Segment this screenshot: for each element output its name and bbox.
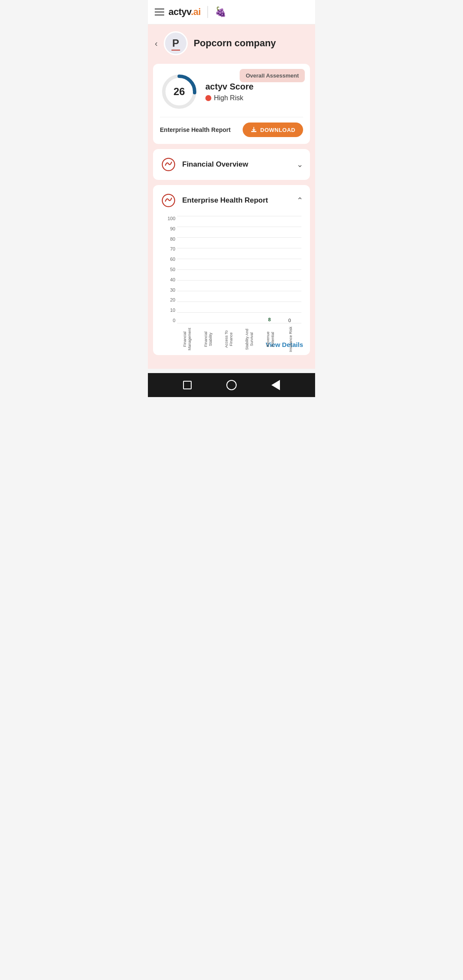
risk-label: High Risk xyxy=(214,94,243,102)
x-labels: Financial Management Financial Stability… xyxy=(177,323,301,336)
financial-overview-title: Financial Overview xyxy=(182,160,248,169)
y-label-0: 0 xyxy=(173,318,175,323)
x-label-col-rp: Revenue Potential xyxy=(260,323,280,336)
x-label-col-fm: Financial Management xyxy=(177,323,198,336)
x-label-ir: Insurance Risk xyxy=(289,325,293,354)
gauge: 26 xyxy=(160,72,198,111)
score-card: Overall Assessment 26 actyv Score High R… xyxy=(153,64,310,144)
bar-value-fs: 51 xyxy=(206,314,212,320)
y-label-80: 80 xyxy=(170,236,175,242)
overall-assessment-button[interactable]: Overall Assessment xyxy=(240,69,305,82)
main-content: Overall Assessment 26 actyv Score High R… xyxy=(148,64,315,369)
financial-overview-card: Financial Overview ⌄ xyxy=(153,149,310,180)
logo-divider xyxy=(207,6,208,18)
x-label-col-sas: Stability And Survival xyxy=(239,323,260,336)
y-label-60: 60 xyxy=(170,257,175,262)
back-icon xyxy=(271,380,280,390)
bar-value-fm: 32 xyxy=(186,314,192,320)
bar-insurance-risk: 0 xyxy=(280,319,300,323)
financial-overview-header[interactable]: Financial Overview ⌄ xyxy=(160,156,303,173)
chart-inner: 32 51 4 xyxy=(177,216,301,323)
y-label-20: 20 xyxy=(170,297,175,302)
x-label-rp: Revenue Potential xyxy=(266,325,275,354)
enterprise-health-header[interactable]: Enterprise Health Report ⌃ xyxy=(160,192,303,209)
y-label-40: 40 xyxy=(170,277,175,282)
avatar: P xyxy=(164,31,188,55)
x-label-fs: Financial Stability xyxy=(204,325,213,354)
gauge-value: 26 xyxy=(174,86,185,98)
chart-wrapper: 100 90 80 70 60 50 40 30 20 10 0 xyxy=(162,216,301,336)
download-icon xyxy=(250,126,257,133)
score-title: actyv Score xyxy=(205,82,253,92)
x-label-fm: Financial Management xyxy=(183,325,192,354)
avatar-underline xyxy=(171,50,180,51)
bar-value-sas: 25 xyxy=(247,314,252,320)
company-header: ‹ P Popcorn company xyxy=(148,24,315,64)
y-label-100: 100 xyxy=(168,216,175,221)
download-label-text: DOWNLOAD xyxy=(260,127,295,133)
nav-square-button[interactable] xyxy=(181,379,194,391)
section-header-left-2: Enterprise Health Report xyxy=(160,192,268,209)
section-header-left: Financial Overview xyxy=(160,156,248,173)
risk-dot xyxy=(205,95,211,101)
logo: actyv.ai xyxy=(168,6,201,18)
bars-row: 32 51 4 xyxy=(177,216,301,323)
home-icon xyxy=(226,380,237,390)
x-label-col-fs: Financial Stability xyxy=(198,323,218,336)
risk-badge: High Risk xyxy=(205,94,253,102)
download-button[interactable]: DOWNLOAD xyxy=(243,122,303,137)
score-info: actyv Score High Risk xyxy=(205,82,253,102)
financial-overview-icon xyxy=(160,156,177,173)
x-label-atf: Access To Finance xyxy=(224,325,234,354)
enterprise-health-icon xyxy=(160,192,177,209)
square-icon xyxy=(183,381,192,389)
y-label-10: 10 xyxy=(170,308,175,313)
logo-accent: .ai xyxy=(191,6,201,17)
chevron-up-icon[interactable]: ⌃ xyxy=(297,196,303,205)
y-axis: 100 90 80 70 60 50 40 30 20 10 0 xyxy=(162,216,175,323)
y-label-90: 90 xyxy=(170,226,175,231)
app-header: actyv.ai 🍇 xyxy=(148,0,315,24)
x-label-col-ir: Insurance Risk xyxy=(281,323,301,336)
company-name: Popcorn company xyxy=(194,38,276,49)
svg-rect-2 xyxy=(251,131,256,132)
enterprise-health-label: Enterprise Health Report xyxy=(160,126,231,133)
y-label-70: 70 xyxy=(170,246,175,251)
bar-value-atf: 4 xyxy=(228,317,231,322)
logo-grape-icon: 🍇 xyxy=(215,6,226,18)
bar-value-rp: 8 xyxy=(268,317,271,322)
enterprise-health-title: Enterprise Health Report xyxy=(182,196,268,205)
nav-back-button[interactable] xyxy=(269,379,282,391)
back-button[interactable]: ‹ xyxy=(155,39,158,48)
hamburger-menu[interactable] xyxy=(155,9,164,15)
y-label-50: 50 xyxy=(170,267,175,272)
chart-area: 100 90 80 70 60 50 40 30 20 10 0 xyxy=(160,216,303,336)
bar-value-ir: 0 xyxy=(288,318,291,323)
x-label-col-atf: Access To Finance xyxy=(219,323,239,336)
bottom-nav-bar xyxy=(148,373,315,397)
y-label-30: 30 xyxy=(170,287,175,293)
enterprise-health-card: Enterprise Health Report ⌃ 100 90 80 70 … xyxy=(153,185,310,355)
nav-home-button[interactable] xyxy=(225,379,238,391)
x-label-sas: Stability And Survival xyxy=(245,325,254,354)
download-row: Enterprise Health Report DOWNLOAD xyxy=(160,117,303,137)
chevron-down-icon[interactable]: ⌄ xyxy=(297,160,303,169)
